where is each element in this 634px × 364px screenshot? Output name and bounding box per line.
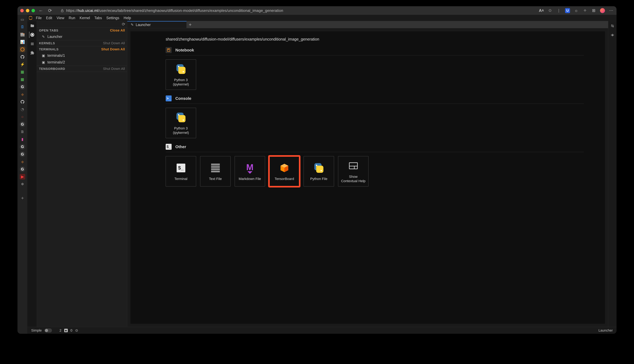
- launcher-card-python-notebook[interactable]: Python 3 (ipykernel): [166, 60, 196, 90]
- tab-strip: ✎ Launcher ＋: [127, 21, 608, 28]
- dock-item[interactable]: ❄: [20, 182, 25, 187]
- dock-item-g[interactable]: G: [20, 84, 25, 90]
- svg-point-14: [612, 34, 613, 36]
- menu-kernel[interactable]: Kernel: [78, 15, 92, 21]
- menu-help[interactable]: Help: [122, 15, 133, 21]
- dock-item-g[interactable]: G: [20, 166, 25, 172]
- terminal-count[interactable]: 2: [60, 328, 61, 332]
- launcher-card-pythonfile[interactable]: Python File: [304, 156, 334, 186]
- dock-item[interactable]: ◆: [20, 159, 25, 164]
- close-all-button[interactable]: Close All: [110, 28, 125, 32]
- terminal-icon: $_: [175, 162, 187, 174]
- dock-item-g[interactable]: G: [20, 152, 25, 157]
- jupyter-logo[interactable]: [28, 15, 34, 21]
- dock-item[interactable]: ⚡: [20, 62, 25, 67]
- maximize-window-button[interactable]: [32, 9, 35, 12]
- activity-bar: [28, 21, 37, 327]
- terminals-label: TERMINALS: [39, 48, 59, 51]
- launch-icon: ✎: [42, 35, 45, 39]
- dock-item[interactable]: 🗓: [20, 24, 25, 30]
- launcher-panel: shared/zhenghaowu/diffusion-model/diffus…: [130, 31, 605, 324]
- launcher-card-terminal[interactable]: $_ Terminal: [166, 156, 196, 186]
- dock-item[interactable]: 📊: [20, 39, 25, 45]
- card-label: Text File: [209, 177, 222, 181]
- toc-icon[interactable]: [29, 41, 35, 47]
- svg-point-12: [611, 25, 612, 26]
- ublock-icon[interactable]: U: [565, 8, 570, 13]
- simple-mode-toggle[interactable]: [44, 328, 52, 332]
- card-label: Python 3 (ipykernel): [173, 126, 189, 135]
- new-tab-button[interactable]: ＋: [20, 195, 25, 201]
- dock-item[interactable]: ▶: [20, 174, 25, 180]
- menu-view[interactable]: View: [54, 15, 66, 21]
- menu-run[interactable]: Run: [66, 15, 78, 21]
- menu-edit[interactable]: Edit: [44, 15, 54, 21]
- collections-icon[interactable]: ⊞: [591, 8, 596, 13]
- status-right[interactable]: Launcher: [598, 328, 613, 332]
- running-panel: ⟳ OPEN TABS Close All ✎ Launcher KERNELS: [37, 21, 127, 327]
- favorite-icon[interactable]: ✩: [548, 8, 552, 13]
- dock-item-g[interactable]: G: [20, 122, 25, 127]
- browser-window: ← ⟳ https://hub.uicai.ml/user/ecwu/lab/t…: [18, 6, 616, 334]
- dock-item[interactable]: ▮: [20, 136, 25, 142]
- dock-item[interactable]: ▭: [20, 17, 25, 22]
- launcher-card-contexthelp[interactable]: Show Contextual Help: [338, 156, 368, 186]
- dock-item-github[interactable]: [20, 99, 25, 105]
- launcher-card-markdown[interactable]: M Markdown File: [235, 156, 265, 186]
- terminal-item[interactable]: ▣ terminals/1: [37, 52, 127, 59]
- section-title: Console: [175, 96, 192, 101]
- property-inspector-icon[interactable]: [610, 24, 614, 29]
- bookmarks-icon[interactable]: ✧: [582, 8, 588, 13]
- svg-point-1: [21, 48, 24, 51]
- titlebar-extensions: AA ✩ | U ☼ ✧ ⊞ ⋯: [539, 8, 614, 13]
- menu-tabs[interactable]: Tabs: [92, 15, 104, 21]
- close-window-button[interactable]: [20, 9, 24, 12]
- markdown-icon: M: [244, 162, 256, 174]
- dock-item-active[interactable]: [20, 47, 25, 52]
- terminal-status-icon[interactable]: ▣: [64, 329, 68, 332]
- dock-item[interactable]: ◆: [20, 92, 25, 97]
- tab-launcher[interactable]: ✎ Launcher: [127, 21, 186, 28]
- extensions-icon[interactable]: [29, 50, 35, 56]
- card-label: Python File: [310, 177, 327, 181]
- launcher-card-python-console[interactable]: Python 3 (ipykernel): [166, 108, 196, 138]
- address-bar[interactable]: https://hub.uicai.ml/user/ecwu/lab/tree/…: [60, 8, 533, 13]
- shutdown-terminals-button[interactable]: Shut Down All: [101, 47, 125, 51]
- tensorboard-label: TENSORBOARD: [39, 67, 65, 71]
- dock-item[interactable]: ◔: [20, 106, 25, 112]
- kernel-status-icon[interactable]: ⊙: [75, 328, 78, 332]
- dock-item[interactable]: ○: [20, 114, 25, 120]
- dock-item[interactable]: ▦: [20, 69, 25, 75]
- reload-button[interactable]: ⟳: [47, 8, 53, 13]
- dock-item-github[interactable]: [20, 54, 25, 60]
- kernel-count[interactable]: 0: [70, 328, 72, 332]
- terminal-item[interactable]: ▣ terminals/2: [37, 59, 127, 66]
- refresh-button[interactable]: ⟳: [122, 22, 125, 27]
- profile-avatar[interactable]: [600, 8, 605, 13]
- launcher-card-textfile[interactable]: Text File: [200, 156, 230, 186]
- python-icon: [175, 63, 187, 75]
- back-button[interactable]: ←: [38, 8, 44, 13]
- running-icon[interactable]: [29, 32, 35, 38]
- appearance-icon[interactable]: ☼: [574, 8, 579, 13]
- terminal-label: terminals/1: [48, 54, 65, 58]
- debugger-icon[interactable]: [610, 33, 614, 38]
- dock-item-g[interactable]: G: [20, 144, 25, 150]
- menu-file[interactable]: File: [34, 15, 44, 21]
- dock-item[interactable]: ▦: [20, 76, 25, 82]
- shutdown-tb-button[interactable]: Shut Down All: [103, 67, 125, 71]
- menu-settings[interactable]: Settings: [104, 15, 121, 21]
- shutdown-kernels-button[interactable]: Shut Down All: [103, 41, 125, 45]
- launcher-card-tensorboard[interactable]: TensorBoard: [269, 156, 300, 186]
- dock-item-file[interactable]: 🗎: [20, 129, 25, 134]
- new-launcher-button[interactable]: ＋: [186, 21, 194, 28]
- filebrowser-icon[interactable]: [29, 22, 35, 29]
- dock-item[interactable]: 🏬: [20, 32, 25, 37]
- card-label: TensorBoard: [274, 177, 294, 181]
- open-tab-item[interactable]: ✎ Launcher: [37, 33, 127, 40]
- more-icon[interactable]: ⋯: [609, 8, 614, 13]
- section-header: >_ Console: [166, 96, 584, 104]
- text-size-icon[interactable]: AA: [539, 8, 544, 13]
- main-area: ✎ Launcher ＋ shared/zhenghaowu/diffusion…: [127, 21, 608, 327]
- minimize-window-button[interactable]: [26, 9, 29, 12]
